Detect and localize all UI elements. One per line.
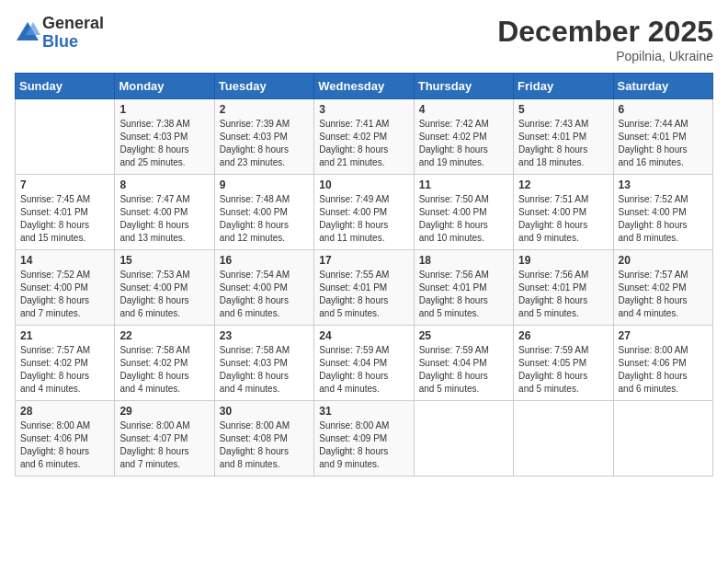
logo-text: General Blue (42, 15, 104, 52)
week-row-1: 7Sunrise: 7:45 AM Sunset: 4:01 PM Daylig… (16, 175, 713, 250)
cell-data: Sunrise: 8:00 AM Sunset: 4:07 PM Dayligh… (119, 419, 209, 471)
cell-data: Sunrise: 7:51 AM Sunset: 4:00 PM Dayligh… (518, 193, 608, 245)
cell-2-3: 17Sunrise: 7:55 AM Sunset: 4:01 PM Dayli… (314, 250, 414, 326)
cell-data: Sunrise: 7:57 AM Sunset: 4:02 PM Dayligh… (619, 269, 708, 320)
cell-3-6: 27Sunrise: 8:00 AM Sunset: 4:06 PM Dayli… (613, 326, 712, 401)
day-number: 20 (619, 254, 708, 267)
day-number: 22 (119, 329, 209, 342)
cell-3-5: 26Sunrise: 7:59 AM Sunset: 4:05 PM Dayli… (514, 326, 613, 401)
day-number: 29 (119, 405, 209, 418)
header-row: Sunday Monday Tuesday Wednesday Thursday… (16, 74, 713, 99)
day-number: 16 (220, 254, 309, 267)
cell-2-2: 16Sunrise: 7:54 AM Sunset: 4:00 PM Dayli… (214, 250, 313, 326)
cell-data: Sunrise: 7:56 AM Sunset: 4:01 PM Dayligh… (419, 269, 508, 320)
col-tuesday: Tuesday (214, 74, 313, 99)
cell-4-0: 28Sunrise: 8:00 AM Sunset: 4:06 PM Dayli… (16, 401, 115, 477)
month-year: December 2025 (497, 15, 713, 49)
title-section: December 2025 Popilnia, Ukraine (497, 15, 713, 63)
day-number: 21 (20, 329, 109, 342)
cell-3-2: 23Sunrise: 7:58 AM Sunset: 4:03 PM Dayli… (214, 326, 313, 401)
cell-0-6: 6Sunrise: 7:44 AM Sunset: 4:01 PM Daylig… (613, 99, 712, 175)
cell-3-3: 24Sunrise: 7:59 AM Sunset: 4:04 PM Dayli… (314, 326, 414, 401)
cell-data: Sunrise: 8:00 AM Sunset: 4:09 PM Dayligh… (319, 419, 408, 471)
cell-4-4 (414, 401, 513, 477)
cell-data: Sunrise: 8:00 AM Sunset: 4:06 PM Dayligh… (619, 344, 708, 396)
cell-data: Sunrise: 7:59 AM Sunset: 4:05 PM Dayligh… (518, 344, 608, 396)
day-number: 10 (319, 178, 408, 191)
col-wednesday: Wednesday (314, 74, 414, 99)
day-number: 17 (319, 254, 408, 267)
cell-data: Sunrise: 7:48 AM Sunset: 4:00 PM Dayligh… (220, 193, 309, 245)
cell-data: Sunrise: 7:57 AM Sunset: 4:02 PM Dayligh… (20, 344, 109, 396)
cell-data: Sunrise: 7:39 AM Sunset: 4:03 PM Dayligh… (220, 118, 309, 169)
day-number: 19 (518, 254, 608, 267)
cell-0-3: 3Sunrise: 7:41 AM Sunset: 4:02 PM Daylig… (314, 99, 414, 175)
cell-data: Sunrise: 7:47 AM Sunset: 4:00 PM Dayligh… (119, 193, 209, 245)
day-number: 5 (518, 103, 608, 116)
cell-2-1: 15Sunrise: 7:53 AM Sunset: 4:00 PM Dayli… (115, 250, 214, 326)
col-sunday: Sunday (16, 74, 115, 99)
week-row-0: 1Sunrise: 7:38 AM Sunset: 4:03 PM Daylig… (16, 99, 713, 175)
day-number: 15 (119, 254, 209, 267)
cell-data: Sunrise: 7:49 AM Sunset: 4:00 PM Dayligh… (319, 193, 408, 245)
cell-data: Sunrise: 7:54 AM Sunset: 4:00 PM Dayligh… (220, 269, 309, 320)
cell-data: Sunrise: 7:55 AM Sunset: 4:01 PM Dayligh… (319, 269, 408, 320)
cell-data: Sunrise: 7:42 AM Sunset: 4:02 PM Dayligh… (419, 118, 508, 169)
cell-data: Sunrise: 7:58 AM Sunset: 4:02 PM Dayligh… (119, 344, 209, 396)
day-number: 7 (20, 178, 109, 191)
day-number: 24 (319, 329, 408, 342)
week-row-2: 14Sunrise: 7:52 AM Sunset: 4:00 PM Dayli… (16, 250, 713, 326)
location: Popilnia, Ukraine (497, 49, 713, 63)
cell-2-4: 18Sunrise: 7:56 AM Sunset: 4:01 PM Dayli… (414, 250, 513, 326)
cell-data: Sunrise: 7:56 AM Sunset: 4:01 PM Dayligh… (518, 269, 608, 320)
calendar-header: Sunday Monday Tuesday Wednesday Thursday… (16, 74, 713, 99)
cell-data: Sunrise: 7:52 AM Sunset: 4:00 PM Dayligh… (20, 269, 109, 320)
cell-1-5: 12Sunrise: 7:51 AM Sunset: 4:00 PM Dayli… (514, 175, 613, 250)
day-number: 28 (20, 405, 109, 418)
logo-icon (15, 20, 40, 46)
day-number: 8 (119, 178, 209, 191)
cell-3-4: 25Sunrise: 7:59 AM Sunset: 4:04 PM Dayli… (414, 326, 513, 401)
day-number: 1 (119, 103, 209, 116)
cell-4-5 (514, 401, 613, 477)
day-number: 13 (619, 178, 708, 191)
cell-3-0: 21Sunrise: 7:57 AM Sunset: 4:02 PM Dayli… (16, 326, 115, 401)
day-number: 2 (220, 103, 309, 116)
cell-3-1: 22Sunrise: 7:58 AM Sunset: 4:02 PM Dayli… (115, 326, 214, 401)
cell-data: Sunrise: 7:43 AM Sunset: 4:01 PM Dayligh… (518, 118, 608, 169)
day-number: 26 (518, 329, 608, 342)
cell-1-0: 7Sunrise: 7:45 AM Sunset: 4:01 PM Daylig… (16, 175, 115, 250)
week-row-4: 28Sunrise: 8:00 AM Sunset: 4:06 PM Dayli… (16, 401, 713, 477)
cell-4-6 (613, 401, 712, 477)
day-number: 31 (319, 405, 408, 418)
logo-blue: Blue (42, 33, 104, 52)
cell-4-2: 30Sunrise: 8:00 AM Sunset: 4:08 PM Dayli… (214, 401, 313, 477)
day-number: 4 (419, 103, 508, 116)
cell-data: Sunrise: 7:59 AM Sunset: 4:04 PM Dayligh… (319, 344, 408, 396)
cell-1-4: 11Sunrise: 7:50 AM Sunset: 4:00 PM Dayli… (414, 175, 513, 250)
cell-0-2: 2Sunrise: 7:39 AM Sunset: 4:03 PM Daylig… (214, 99, 313, 175)
cell-0-1: 1Sunrise: 7:38 AM Sunset: 4:03 PM Daylig… (115, 99, 214, 175)
cell-data: Sunrise: 7:59 AM Sunset: 4:04 PM Dayligh… (419, 344, 508, 396)
col-thursday: Thursday (414, 74, 513, 99)
calendar-table: Sunday Monday Tuesday Wednesday Thursday… (15, 73, 713, 477)
week-row-3: 21Sunrise: 7:57 AM Sunset: 4:02 PM Dayli… (16, 326, 713, 401)
cell-0-4: 4Sunrise: 7:42 AM Sunset: 4:02 PM Daylig… (414, 99, 513, 175)
cell-2-5: 19Sunrise: 7:56 AM Sunset: 4:01 PM Dayli… (514, 250, 613, 326)
cell-data: Sunrise: 7:53 AM Sunset: 4:00 PM Dayligh… (119, 269, 209, 320)
day-number: 9 (220, 178, 309, 191)
cell-data: Sunrise: 7:38 AM Sunset: 4:03 PM Dayligh… (119, 118, 209, 169)
day-number: 14 (20, 254, 109, 267)
cell-4-3: 31Sunrise: 8:00 AM Sunset: 4:09 PM Dayli… (314, 401, 414, 477)
cell-4-1: 29Sunrise: 8:00 AM Sunset: 4:07 PM Dayli… (115, 401, 214, 477)
cell-1-2: 9Sunrise: 7:48 AM Sunset: 4:00 PM Daylig… (214, 175, 313, 250)
day-number: 23 (220, 329, 309, 342)
page-header: General Blue December 2025 Popilnia, Ukr… (15, 15, 713, 63)
day-number: 30 (220, 405, 309, 418)
cell-2-6: 20Sunrise: 7:57 AM Sunset: 4:02 PM Dayli… (613, 250, 712, 326)
cell-1-6: 13Sunrise: 7:52 AM Sunset: 4:00 PM Dayli… (613, 175, 712, 250)
cell-1-3: 10Sunrise: 7:49 AM Sunset: 4:00 PM Dayli… (314, 175, 414, 250)
day-number: 27 (619, 329, 708, 342)
cell-data: Sunrise: 7:45 AM Sunset: 4:01 PM Dayligh… (20, 193, 109, 245)
col-monday: Monday (115, 74, 214, 99)
